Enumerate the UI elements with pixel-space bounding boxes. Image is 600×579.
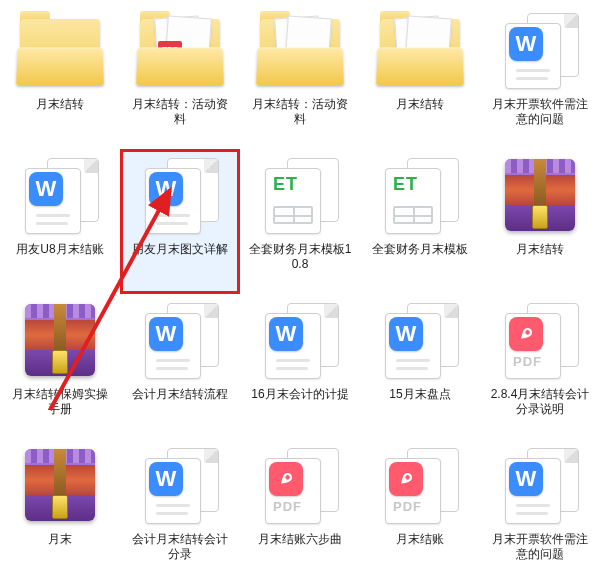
et-spreadsheet-icon: ET bbox=[381, 158, 459, 232]
file-item[interactable]: W会计月末结转会计分录 bbox=[120, 439, 240, 579]
file-item[interactable]: 月末结转 bbox=[0, 4, 120, 149]
file-item[interactable]: ET全套财务月末模板 bbox=[360, 149, 480, 294]
file-icon-wrap: ET bbox=[252, 155, 348, 235]
file-label: 月末结账六步曲 bbox=[256, 531, 344, 548]
rar-archive-icon bbox=[25, 304, 95, 376]
file-icon-wrap: PDF bbox=[132, 10, 228, 90]
file-icon-wrap bbox=[12, 445, 108, 525]
file-label: 16月末会计的计提 bbox=[249, 386, 350, 403]
file-icon-wrap bbox=[372, 10, 468, 90]
file-icon-wrap: W bbox=[132, 445, 228, 525]
file-icon-wrap: ET bbox=[372, 155, 468, 235]
file-item[interactable]: 月末结转 bbox=[480, 149, 600, 294]
file-item[interactable]: W16月末会计的计提 bbox=[240, 294, 360, 439]
file-item[interactable]: W月末开票软件需注意的问题 bbox=[480, 4, 600, 149]
file-item[interactable]: 月末 bbox=[0, 439, 120, 579]
file-item[interactable]: 月末结转 bbox=[360, 4, 480, 149]
file-item[interactable]: 月末结转保姆实操手册 bbox=[0, 294, 120, 439]
folder-icon bbox=[376, 15, 464, 85]
file-label: 15月末盘点 bbox=[387, 386, 452, 403]
file-label: 月末结转 bbox=[514, 241, 566, 258]
file-label: 用友U8月末结账 bbox=[14, 241, 105, 258]
file-label: 月末 bbox=[46, 531, 74, 548]
w-badge: W bbox=[269, 317, 303, 351]
file-item[interactable]: 月末结转：活动资料 bbox=[240, 4, 360, 149]
w-badge: W bbox=[389, 317, 423, 351]
file-item[interactable]: W用友月末图文详解 bbox=[120, 149, 240, 294]
file-label: 月末结转：活动资料 bbox=[246, 96, 354, 128]
file-item[interactable]: W用友U8月末结账 bbox=[0, 149, 120, 294]
file-label: 月末开票软件需注意的问题 bbox=[486, 96, 594, 128]
file-item[interactable]: W会计月末结转流程 bbox=[120, 294, 240, 439]
file-label: 月末结账 bbox=[394, 531, 446, 548]
file-icon-wrap: W bbox=[492, 10, 588, 90]
file-item[interactable]: PDF月末结账 bbox=[360, 439, 480, 579]
pdf-icon: PDF bbox=[501, 303, 579, 377]
file-label: 月末开票软件需注意的问题 bbox=[486, 531, 594, 563]
wps-doc-icon: W bbox=[381, 303, 459, 377]
file-label: 月末结转保姆实操手册 bbox=[6, 386, 114, 418]
wps-doc-icon: W bbox=[21, 158, 99, 232]
file-icon-wrap: W bbox=[132, 155, 228, 235]
rar-archive-icon bbox=[25, 449, 95, 521]
wps-doc-icon: W bbox=[261, 303, 339, 377]
rar-archive-icon bbox=[505, 159, 575, 231]
folder-icon: PDF bbox=[136, 15, 224, 85]
file-label: 会计月末结转流程 bbox=[130, 386, 230, 403]
folder-icon bbox=[256, 15, 344, 85]
file-icon-wrap bbox=[492, 155, 588, 235]
w-badge: W bbox=[509, 27, 543, 61]
wps-doc-icon: W bbox=[501, 13, 579, 87]
file-label: 月末结转 bbox=[34, 96, 86, 113]
w-badge: W bbox=[149, 462, 183, 496]
file-label: 会计月末结转会计分录 bbox=[126, 531, 234, 563]
file-icon-wrap: W bbox=[492, 445, 588, 525]
w-badge: W bbox=[29, 172, 63, 206]
file-icon-wrap bbox=[12, 10, 108, 90]
file-item[interactable]: PDF月末结账六步曲 bbox=[240, 439, 360, 579]
pdf-icon: PDF bbox=[381, 448, 459, 522]
file-label: 全套财务月末模板 bbox=[370, 241, 470, 258]
file-label: 月末结转 bbox=[394, 96, 446, 113]
file-icon-wrap: PDF bbox=[492, 300, 588, 380]
file-icon-wrap: W bbox=[372, 300, 468, 380]
file-label: 全套财务月末模板10.8 bbox=[246, 241, 354, 273]
file-icon-wrap: PDF bbox=[252, 445, 348, 525]
file-item[interactable]: W月末开票软件需注意的问题 bbox=[480, 439, 600, 579]
wps-doc-icon: W bbox=[141, 448, 219, 522]
file-icon-wrap: W bbox=[12, 155, 108, 235]
file-label: 月末结转：活动资料 bbox=[126, 96, 234, 128]
w-badge: W bbox=[149, 172, 183, 206]
wps-doc-icon: W bbox=[141, 303, 219, 377]
file-label: 2.8.4月末结转会计分录说明 bbox=[486, 386, 594, 418]
file-item[interactable]: PDF月末结转：活动资料 bbox=[120, 4, 240, 149]
wps-doc-icon: W bbox=[141, 158, 219, 232]
file-item[interactable]: PDF2.8.4月末结转会计分录说明 bbox=[480, 294, 600, 439]
file-icon-wrap: W bbox=[132, 300, 228, 380]
w-badge: W bbox=[149, 317, 183, 351]
file-icon-wrap: W bbox=[252, 300, 348, 380]
pdf-icon: PDF bbox=[261, 448, 339, 522]
et-spreadsheet-icon: ET bbox=[261, 158, 339, 232]
wps-doc-icon: W bbox=[501, 448, 579, 522]
file-item[interactable]: W15月末盘点 bbox=[360, 294, 480, 439]
file-label: 用友月末图文详解 bbox=[130, 241, 230, 258]
file-icon-wrap bbox=[252, 10, 348, 90]
file-icon-wrap: PDF bbox=[372, 445, 468, 525]
file-icon-wrap bbox=[12, 300, 108, 380]
folder-icon bbox=[16, 15, 104, 85]
w-badge: W bbox=[509, 462, 543, 496]
file-item[interactable]: ET全套财务月末模板10.8 bbox=[240, 149, 360, 294]
